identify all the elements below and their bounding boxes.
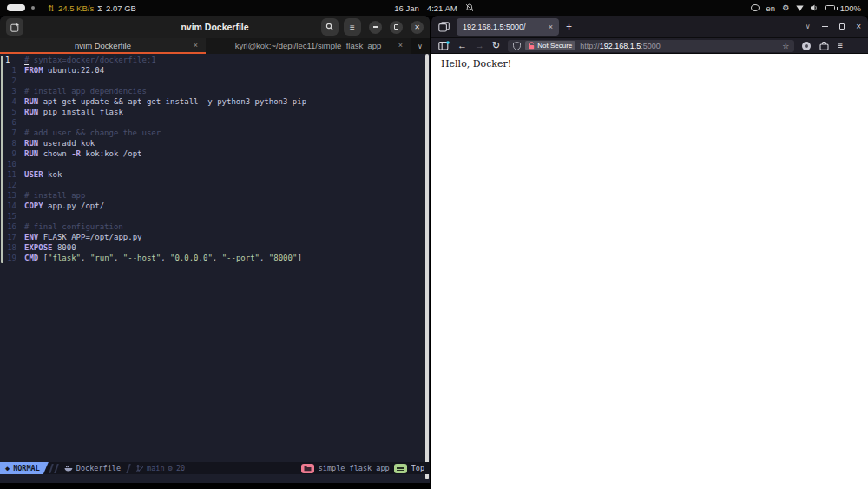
bookmark-star-icon[interactable]: ☆	[782, 42, 789, 50]
filetype-segment: Dockerfile	[64, 464, 121, 472]
browser-tab-bar: 192.168.1.5:5000/ × + ∨ ×	[431, 16, 868, 38]
forward-button[interactable]: →	[475, 41, 484, 50]
security-chip[interactable]: Not Secure	[525, 41, 575, 50]
editor-line: 15	[0, 211, 430, 221]
editor-line: 16# final configuration	[0, 221, 430, 232]
maximize-icon	[394, 24, 399, 30]
close-icon: ✕	[414, 23, 420, 31]
minimize-button[interactable]	[822, 26, 828, 27]
terminal-tab-shell[interactable]: kyrl@kok:~/depi/lec11/simple_flask_app ×	[206, 38, 411, 54]
scroll-position-icon	[394, 464, 407, 473]
insecure-lock-icon	[529, 42, 535, 50]
tab-overview-button[interactable]: ∨	[411, 38, 430, 54]
nvim-statusline: ◆ NORMAL Dockerfile main ⚙ 20	[0, 462, 430, 474]
minimize-button[interactable]	[369, 21, 382, 34]
page-text: Hello, Docker!	[441, 58, 511, 69]
keyboard-layout-indicator[interactable]: en	[766, 3, 776, 13]
project-folder-icon	[301, 464, 314, 473]
mode-label: NORMAL	[13, 464, 40, 472]
terminal-headerbar: nvim Dockerfile ≡ ✕	[0, 16, 430, 38]
maximize-button[interactable]	[839, 23, 845, 30]
editor-line: 11USER kok	[0, 169, 430, 180]
mode-segment: ◆ NORMAL	[0, 462, 49, 474]
settings-gear-icon[interactable]: ⚙	[782, 3, 789, 12]
maximize-button[interactable]	[390, 21, 403, 34]
new-tab-button[interactable]: +	[566, 21, 572, 33]
menu-button[interactable]: ≡	[344, 18, 361, 36]
volume-icon[interactable]	[811, 4, 819, 11]
editor-line: 3# install app dependencies	[0, 86, 430, 96]
reload-button[interactable]: ↻	[492, 41, 500, 50]
battery-percent-label: 100%	[840, 3, 861, 13]
url-bar[interactable]: Not Secure http://192.168.1.5:5000 ☆	[508, 40, 794, 52]
status-circle-icon[interactable]	[751, 4, 760, 11]
git-sign-column	[1, 56, 3, 263]
workspace-indicator-active[interactable]	[7, 4, 25, 11]
editor-lines: 1# syntax=docker/dockerfile:11FROM ubunt…	[0, 54, 430, 263]
wifi-icon[interactable]	[796, 5, 804, 11]
editor-line: 12	[0, 180, 430, 190]
git-branch-icon	[136, 465, 143, 472]
nvim-editor[interactable]: 1# syntax=docker/dockerfile:11FROM ubunt…	[0, 54, 430, 462]
filetype-label: Dockerfile	[76, 464, 121, 472]
page-content: Hello, Docker!	[431, 54, 868, 489]
editor-line: 1# syntax=docker/dockerfile:1	[0, 55, 430, 65]
app-menu-icon[interactable]: ≡	[838, 41, 843, 50]
account-icon[interactable]	[802, 42, 811, 50]
list-all-tabs-button[interactable]: ∨	[806, 23, 811, 30]
editor-line: 6	[0, 117, 430, 128]
editor-line: 5RUN pip install flask	[0, 107, 430, 117]
docker-whale-icon	[64, 465, 73, 472]
bell-muted-icon	[465, 3, 474, 12]
editor-line: 7# add user && change the user	[0, 128, 430, 138]
editor-line: 10	[0, 159, 430, 169]
tab-label: kyrl@kok:~/depi/lec11/simple_flask_app	[235, 41, 382, 50]
system-top-bar: ⇅ 24.5 KB/s Σ 2.07 GB 16 Jan 4:21 AM en …	[0, 0, 868, 16]
project-label: simple_flask_app	[319, 464, 390, 472]
net-speed-value: 24.5 KB/s	[58, 3, 94, 13]
sigma-icon: Σ	[97, 3, 102, 13]
sidebar-toggle-icon[interactable]	[438, 41, 450, 50]
editor-line: 2	[0, 76, 430, 86]
tab-label: nvim Dockerfile	[75, 41, 131, 50]
tab-title: 192.168.1.5:5000/	[463, 23, 526, 31]
terminal-tab-nvim[interactable]: nvim Dockerfile ×	[0, 38, 206, 54]
editor-line: 8RUN useradd kok	[0, 138, 430, 149]
editor-line: 1FROM ubuntu:22.04	[0, 65, 430, 76]
clock-menu[interactable]: 16 Jan 4:21 AM	[394, 3, 473, 13]
tracking-shield-icon[interactable]	[513, 42, 521, 50]
vim-mode-icon: ◆	[5, 464, 10, 472]
browser-tab[interactable]: 192.168.1.5:5000/ ×	[457, 18, 559, 36]
tab-close-icon[interactable]: ×	[398, 41, 403, 50]
tab-close-icon[interactable]: ×	[194, 41, 198, 50]
firefox-view-icon[interactable]	[438, 22, 450, 32]
extensions-icon[interactable]	[819, 42, 829, 50]
back-button[interactable]: ←	[457, 41, 467, 50]
change-count-label: 20	[176, 464, 185, 472]
editor-line: 18EXPOSE 8000	[0, 242, 430, 253]
network-speed-indicator[interactable]: ⇅ 24.5 KB/s Σ 2.07 GB	[48, 3, 136, 13]
search-icon	[326, 23, 334, 31]
date-label: 16 Jan	[394, 3, 419, 13]
battery-icon	[825, 5, 835, 10]
tab-close-icon[interactable]: ×	[549, 23, 553, 31]
terminal-scrollbar[interactable]	[425, 54, 429, 479]
terminal-tab-bar: nvim Dockerfile × kyrl@kok:~/depi/lec11/…	[0, 38, 430, 54]
git-segment: main ⚙ 20	[136, 464, 185, 472]
time-label: 4:21 AM	[427, 3, 457, 13]
security-label: Not Secure	[537, 42, 572, 50]
close-button[interactable]: ✕	[411, 21, 424, 34]
updown-arrows-icon: ⇅	[48, 3, 55, 13]
editor-line: 13# install app	[0, 190, 430, 201]
gear-icon: ⚙	[168, 464, 173, 472]
new-tab-button[interactable]	[6, 18, 23, 36]
workspace-indicator-dot[interactable]	[31, 6, 35, 10]
editor-line: 9RUN chown -R kok:kok /opt	[0, 149, 430, 159]
memory-value: 2.07 GB	[106, 3, 136, 13]
editor-line: 19CMD ["flask", "run", "--host", "0.0.0.…	[0, 253, 430, 263]
minimize-icon	[373, 26, 378, 27]
battery-indicator[interactable]: 100%	[825, 3, 861, 13]
close-button[interactable]: ×	[856, 22, 861, 31]
browser-window: 192.168.1.5:5000/ × + ∨ × ← → ↻	[431, 16, 868, 489]
search-button[interactable]	[321, 18, 339, 36]
